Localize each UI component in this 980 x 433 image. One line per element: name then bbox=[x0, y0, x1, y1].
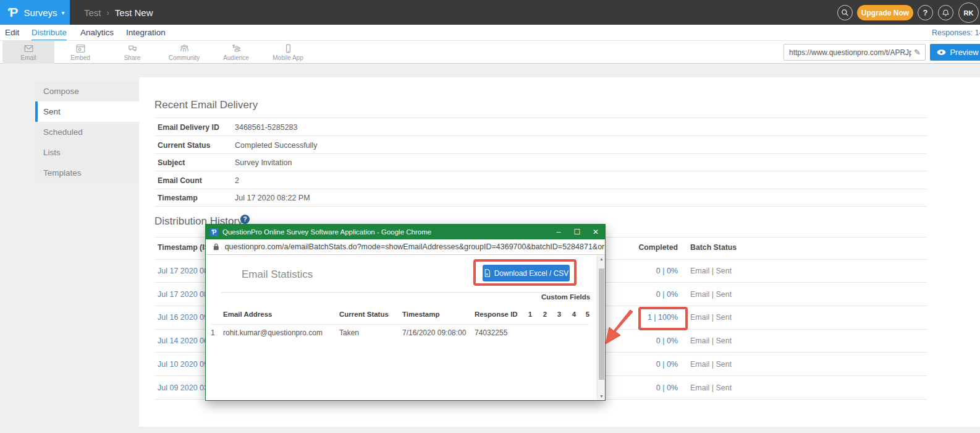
help-circle-icon[interactable]: ? bbox=[240, 215, 250, 224]
history-completed-link[interactable]: 0 | 0% bbox=[616, 360, 678, 369]
sidebar-item-templates[interactable]: Templates bbox=[35, 163, 139, 183]
channel-audience[interactable]: $ Audience bbox=[210, 41, 262, 64]
community-icon bbox=[179, 43, 190, 54]
download-excel-csv-button[interactable]: x Download Excel / CSV bbox=[483, 265, 570, 281]
popup-col-cf1: 1 bbox=[526, 311, 534, 318]
sidebar-item-sent[interactable]: Sent bbox=[35, 101, 139, 122]
popup-window-title: QuestionPro Online Survey Software Appli… bbox=[222, 228, 549, 236]
detail-label: Email Delivery ID bbox=[158, 123, 219, 132]
history-batch-status: Email | Sent bbox=[690, 384, 732, 392]
notifications-button[interactable] bbox=[938, 5, 953, 20]
divider bbox=[154, 171, 927, 171]
popup-col-timestamp: Timestamp bbox=[402, 311, 440, 318]
tab-distribute[interactable]: Distribute bbox=[32, 25, 67, 40]
divider bbox=[154, 118, 927, 118]
tab-analytics[interactable]: Analytics bbox=[80, 25, 114, 40]
channel-email[interactable]: Email bbox=[2, 41, 54, 64]
popup-url-text: questionpro.com/a/emailBatchStats.do?mod… bbox=[225, 242, 605, 251]
mobile-app-icon bbox=[282, 43, 294, 54]
preview-label: Preview bbox=[950, 48, 978, 57]
popup-title-bar[interactable]: Ƥ QuestionPro Online Survey Software App… bbox=[206, 225, 605, 239]
scrollbar-thumb[interactable] bbox=[599, 268, 604, 380]
survey-tab-bar: Edit Distribute Analytics Integration Re… bbox=[0, 25, 980, 41]
chevron-down-icon: ▾ bbox=[62, 9, 65, 16]
share-icon bbox=[127, 43, 138, 54]
detail-label: Subject bbox=[158, 158, 185, 167]
detail-value: 3468561-5285283 bbox=[235, 123, 298, 132]
survey-url-field-wrap: ✎ bbox=[784, 44, 926, 61]
popup-scrollbar[interactable]: ▲ ▼ bbox=[597, 255, 605, 400]
divider bbox=[154, 206, 927, 207]
detail-label: Email Count bbox=[158, 176, 202, 185]
excel-file-icon: x bbox=[484, 269, 491, 277]
channel-label: Embed bbox=[70, 54, 90, 61]
breadcrumb-parent[interactable]: Test bbox=[84, 7, 101, 18]
channel-label: Mobile App bbox=[272, 54, 303, 61]
popup-address-bar[interactable]: questionpro.com/a/emailBatchStats.do?mod… bbox=[206, 239, 605, 255]
history-completed-link[interactable]: 0 | 0% bbox=[616, 290, 678, 299]
minimize-button[interactable]: – bbox=[549, 225, 568, 239]
distribute-toolbar: Email Embed Share Community $ Audience M… bbox=[0, 41, 980, 64]
download-label: Download Excel / CSV bbox=[494, 269, 569, 278]
tab-edit[interactable]: Edit bbox=[5, 25, 19, 40]
history-batch-status: Email | Sent bbox=[690, 313, 732, 322]
responses-count-link[interactable]: Responses: 14 bbox=[932, 25, 980, 40]
edit-pencil-icon[interactable]: ✎ bbox=[914, 48, 925, 57]
scroll-up-icon[interactable]: ▲ bbox=[598, 255, 606, 263]
scroll-down-icon[interactable]: ▼ bbox=[598, 392, 606, 400]
detail-value: Jul 17 2020 08:22 PM bbox=[235, 194, 310, 202]
divider bbox=[154, 189, 927, 189]
sidebar-item-compose[interactable]: Compose bbox=[35, 81, 139, 101]
product-name: Surveys bbox=[23, 7, 57, 18]
search-icon bbox=[841, 9, 849, 17]
popup-col-email: Email Address bbox=[223, 311, 272, 318]
divider bbox=[221, 292, 589, 293]
popup-col-cf2: 2 bbox=[541, 311, 549, 318]
history-completed-link[interactable]: 1 | 100% bbox=[616, 313, 678, 322]
history-completed-link[interactable]: 0 | 0% bbox=[616, 267, 678, 275]
popup-col-cf3: 3 bbox=[555, 311, 563, 318]
popup-row-status: Taken bbox=[339, 328, 359, 337]
audience-icon: $ bbox=[230, 43, 242, 54]
detail-label: Timestamp bbox=[158, 194, 198, 202]
help-button[interactable]: ? bbox=[918, 5, 933, 20]
sidebar-item-scheduled[interactable]: Scheduled bbox=[35, 122, 139, 142]
surveys-menu[interactable]: Ƥ Surveys ▾ bbox=[0, 0, 70, 25]
recent-delivery-title: Recent Email Delivery bbox=[154, 99, 258, 111]
tab-integration[interactable]: Integration bbox=[126, 25, 166, 40]
history-completed-link[interactable]: 0 | 0% bbox=[616, 337, 678, 345]
history-batch-status: Email | Sent bbox=[690, 337, 732, 345]
email-statistics-popup: Ƥ QuestionPro Online Survey Software App… bbox=[205, 224, 606, 401]
channel-community[interactable]: Community bbox=[158, 41, 210, 64]
upgrade-now-button[interactable]: Upgrade Now bbox=[857, 5, 913, 20]
column-header-batch-status: Batch Status bbox=[690, 243, 737, 252]
channel-label: Share bbox=[124, 54, 141, 61]
maximize-button[interactable]: ☐ bbox=[568, 225, 586, 239]
breadcrumb: Test › Test New bbox=[84, 0, 153, 25]
embed-icon bbox=[75, 43, 87, 54]
channel-embed[interactable]: Embed bbox=[54, 41, 106, 64]
detail-label: Current Status bbox=[158, 141, 210, 150]
popup-col-cf5: 5 bbox=[584, 311, 591, 318]
history-batch-status: Email | Sent bbox=[690, 290, 732, 299]
history-completed-link[interactable]: 0 | 0% bbox=[616, 384, 678, 392]
channel-label: Email bbox=[20, 54, 36, 61]
preview-button[interactable]: Preview bbox=[930, 44, 980, 61]
channel-share[interactable]: Share bbox=[106, 41, 158, 64]
popup-col-status: Current Status bbox=[339, 311, 389, 318]
search-button[interactable] bbox=[837, 5, 853, 20]
history-batch-status: Email | Sent bbox=[690, 360, 732, 369]
close-button[interactable]: ✕ bbox=[586, 225, 605, 239]
avatar[interactable]: RK bbox=[958, 2, 979, 23]
detail-value: 2 bbox=[235, 176, 239, 185]
email-sidebar: Compose Sent Scheduled Lists Templates bbox=[35, 81, 139, 183]
popup-row-timestamp: 7/16/2020 09:08:00 bbox=[402, 328, 466, 337]
channel-mobile-app[interactable]: Mobile App bbox=[262, 41, 314, 64]
sidebar-item-lists[interactable]: Lists bbox=[35, 142, 139, 163]
survey-url-input[interactable] bbox=[784, 48, 914, 57]
svg-text:x: x bbox=[486, 272, 488, 276]
lock-icon bbox=[213, 243, 219, 251]
divider bbox=[211, 324, 589, 325]
popup-body: Email Statistics x Download Excel / CSV … bbox=[206, 255, 605, 400]
eye-icon bbox=[937, 49, 946, 56]
